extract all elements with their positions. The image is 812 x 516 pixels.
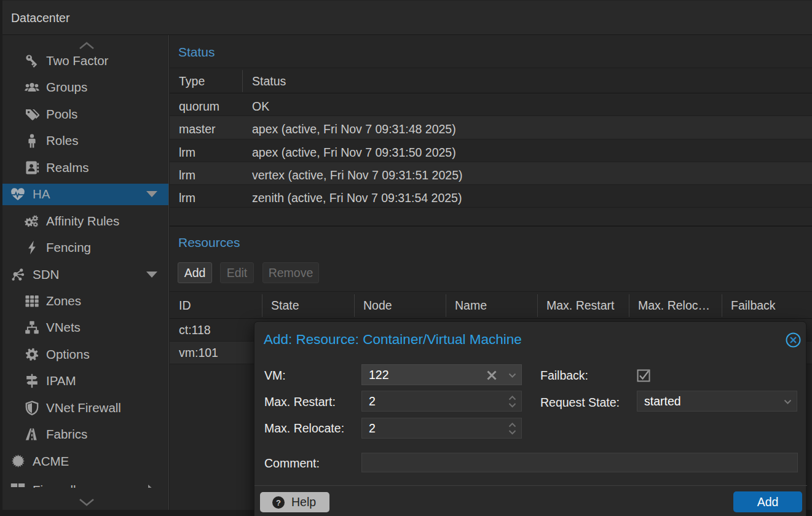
svg-text:?: ? bbox=[276, 498, 281, 507]
